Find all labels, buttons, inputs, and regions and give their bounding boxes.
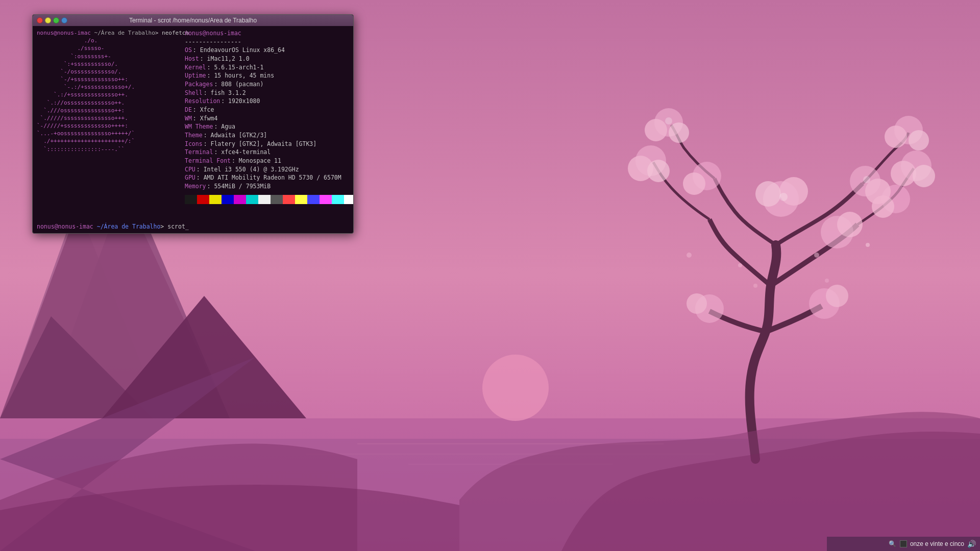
info-terminal-font-val: : Monospace 11 [232,157,281,165]
info-gpu-line: GPU: AMD ATI Mobility Radeon HD 5730 / 6… [185,173,353,182]
swatch-cyan [246,195,258,204]
terminal-close-button[interactable] [37,17,43,23]
info-wm-key: WM [185,114,192,123]
swatch-black [185,195,197,204]
info-resolution-val: : 980x551 [221,97,260,106]
taskbar: 🔍 onze e vinte e cinco 🔊 [827,537,980,551]
taskbar-time: onze e vinte e cinco [910,540,964,547]
terminal-window[interactable]: Terminal - scrot /home/nonus/Area de Tra… [32,14,354,234]
terminal-titlebar: Terminal - scrot /home/nonus/Area de Tra… [33,15,353,26]
prompt2-at: @nonus-imac [55,223,93,230]
info-wm-val: : Xfwm4 [193,114,217,123]
info-packages-val: : 808 (pacman) [214,80,263,89]
prompt-user: nonus@nonus-imac [37,30,91,36]
color-swatches [185,195,353,204]
terminal-prompt[interactable]: nonus@nonus-imac ~/Área de Trabalho> scr… [33,220,353,233]
info-kernel-val: : 5.6.15-arch1-1 [207,63,264,72]
info-username-line: nonus@nonus-imac [185,29,353,38]
info-de-val: : Xfce [193,106,214,114]
info-terminal-font-line: Terminal Font: Monospace 11 [185,157,353,165]
swatch-red [197,195,209,204]
swatch-bright-cyan [332,195,344,204]
info-uptime-key: Uptime [185,71,206,80]
swatch-bright-black [271,195,283,204]
info-terminal-val: : xfce4-terminal [214,148,271,157]
info-de-key: DE [185,106,192,114]
terminal-btn-first[interactable] [61,17,67,23]
info-packages-key: Packages [185,80,213,89]
info-os-val: : EndeavourOS Linux x86_64 [193,46,285,55]
terminal-body: nonus@nonus-imac ~/Área de Trabalho> neo… [33,26,353,220]
info-wm-theme-line: WM Theme: Agua [185,122,353,131]
info-icons-key: Icons [185,140,203,148]
neofetch-info: nonus@nonus-imac ---------------- OS: En… [185,29,353,217]
info-kernel-key: Kernel [185,63,206,72]
info-packages-line: Packages: 808 (pacman) [185,80,353,89]
info-separator: ---------------- [185,38,241,46]
prompt2-user: nonus [37,223,55,230]
info-os-key: OS [185,46,192,55]
info-user: nonus [185,29,203,38]
info-de-line: DE: Xfce [185,106,353,114]
info-host-line: Host: iMac11,2 1.0 [185,55,353,63]
taskbar-volume-icon[interactable]: 🔊 [967,540,976,548]
info-uptime-val: : 15 hours, 45 mins [207,71,275,80]
swatch-bright-magenta [320,195,332,204]
info-icons-val: : Flatery [GTK2], Adwaita [GTK3] [204,140,317,148]
taskbar-terminal-icon[interactable] [900,540,907,547]
info-host: nonus-imac [206,29,241,38]
info-theme-line: Theme: Adwaita [GTK2/3] [185,131,353,140]
info-shell-key: Shell [185,89,203,97]
info-cpu-val: : Intel i3 550 (4) @ 3.192GHz [197,165,299,174]
terminal-minimize-button[interactable] [45,17,51,23]
swatch-blue [222,195,234,204]
swatch-bright-white [344,195,353,204]
swatch-magenta [234,195,246,204]
info-cpu-line: CPU: Intel i3 550 (4) @ 3.192GHz [185,165,353,174]
prompt2-cmd: scrot_ [164,223,188,230]
terminal-title: Terminal - scrot /home/nonus/Area de Tra… [129,17,257,24]
info-memory-line: Memory: 554MiB / 7953MiB [185,182,353,191]
info-wm-line: WM: Xfwm4 [185,114,353,123]
info-terminal-key: Terminal [185,148,213,157]
info-separator-line: ---------------- [185,38,353,46]
swatch-bright-yellow [295,195,307,204]
info-shell-val: : fish 3.1.2 [204,89,246,97]
info-host-key: Host [185,55,199,63]
taskbar-search-icon[interactable]: 🔍 [889,540,897,548]
swatch-yellow [209,195,222,204]
info-os-line: OS: EndeavourOS Linux x86_64 [185,46,353,55]
info-cpu-key: CPU [185,165,195,174]
info-uptime-line: Uptime: 15 hours, 45 mins [185,71,353,80]
info-resolution-line: Resolution: 980x551 [185,97,353,106]
info-gpu-val: : AMD ATI Mobility Radeon HD 5730 / 6570… [197,173,341,182]
info-host-val: : iMac11,2 1.0 [200,55,250,63]
info-icons-line: Icons: Flatery [GTK2], Adwaita [GTK3] [185,140,353,148]
swatch-bright-red [283,195,295,204]
info-memory-val: : 554MiB / 7953MiB [207,182,271,191]
info-resolution-key: Resolution [185,97,220,106]
desktop: Terminal - scrot /home/nonus/Area de Tra… [0,0,980,551]
prompt2-path: ~/Área de Trabalho [97,223,161,230]
prompt-line: nonus@nonus-imac ~/Área de Trabalho> neo… [37,29,181,37]
prompt2-space [93,223,97,230]
terminal-maximize-button[interactable] [53,17,59,23]
info-terminal-font-key: Terminal Font [185,157,231,165]
neofetch-art: nonus@nonus-imac ~/Área de Trabalho> neo… [37,29,185,217]
info-terminal-line: Terminal: xfce4-terminal [185,148,353,157]
info-gpu-key: GPU [185,173,195,182]
info-theme-val: : Adwaita [GTK2/3] [204,131,267,140]
swatch-bright-blue [307,195,320,204]
info-wm-theme-val: : Agua [214,122,235,131]
info-shell-line: Shell: fish 3.1.2 [185,89,353,97]
info-kernel-line: Kernel: 5.6.15-arch1-1 [185,63,353,72]
info-wm-theme-key: WM Theme [185,122,213,131]
info-memory-key: Memory [185,182,206,191]
info-theme-key: Theme [185,131,203,140]
swatch-white [258,195,271,204]
